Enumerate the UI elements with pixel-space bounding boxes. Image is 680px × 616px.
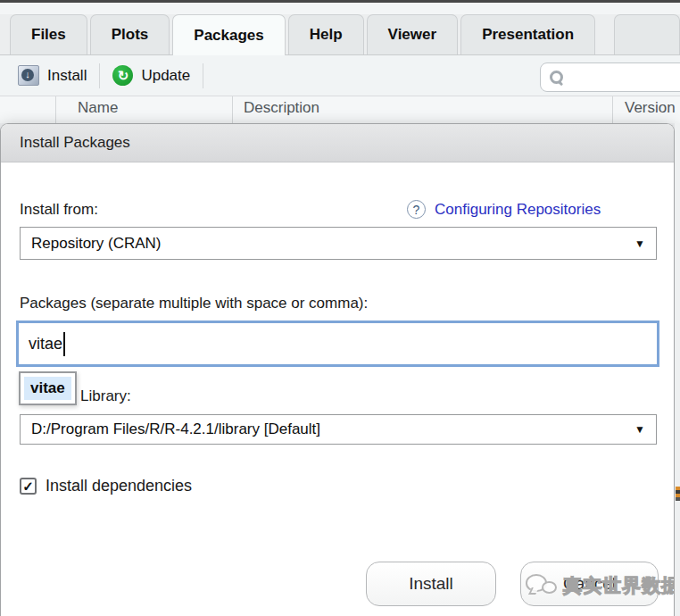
install-packages-dialog: Install Packages Install from: ? Configu…	[0, 123, 675, 616]
library-select[interactable]: D:/Program Files/R/R-4.2.1/library [Defa…	[20, 414, 657, 445]
dialog-install-button[interactable]: Install	[366, 562, 496, 606]
install-package-icon: ↓	[18, 65, 39, 86]
search-icon	[550, 71, 564, 85]
tab-files[interactable]: Files	[10, 14, 87, 54]
tab-packages[interactable]: Packages	[172, 14, 285, 55]
library-select-value: D:/Program Files/R/R-4.2.1/library [Defa…	[31, 420, 320, 438]
dialog-title: Install Packages	[1, 124, 674, 162]
update-refresh-icon: ↻	[112, 65, 133, 86]
dialog-body: Install from: ? Configuring Repositories…	[1, 162, 674, 616]
dropdown-arrow-icon: ▼	[634, 237, 645, 250]
install-dependencies-label: Install dependencies	[46, 477, 192, 495]
toolbar-install-label: Install	[47, 67, 87, 85]
text-caret	[63, 332, 65, 356]
rstudio-packages-pane: Files Plots Packages Help Viewer Present…	[0, 0, 680, 616]
package-autocomplete-popup: vitae	[19, 371, 77, 405]
dialog-cancel-button[interactable]: Cancel	[520, 562, 659, 606]
tab-plots[interactable]: Plots	[90, 14, 170, 54]
toolbar-update-button[interactable]: ↻ Update	[112, 65, 190, 86]
pane-tabbar: Files Plots Packages Help Viewer Present…	[0, 14, 680, 55]
toolbar-update-label: Update	[141, 67, 190, 85]
column-divider	[612, 96, 613, 123]
tab-help[interactable]: Help	[288, 14, 364, 54]
help-icon[interactable]: ?	[407, 200, 426, 219]
background-strip	[675, 123, 680, 616]
tab-viewer[interactable]: Viewer	[367, 14, 459, 54]
repository-select[interactable]: Repository (CRAN) ▼	[20, 227, 657, 260]
column-header-version[interactable]: Version	[625, 99, 676, 117]
autocomplete-item-vitae[interactable]: vitae	[24, 377, 71, 400]
configuring-repositories-link[interactable]: Configuring Repositories	[435, 201, 601, 219]
column-divider	[232, 96, 233, 123]
column-divider	[55, 96, 56, 123]
packages-input[interactable]: vitae	[16, 320, 659, 367]
column-header-description[interactable]: Description	[244, 99, 319, 117]
toolbar-separator	[203, 63, 203, 88]
tab-partial-cutoff	[614, 14, 680, 54]
column-header-name[interactable]: Name	[78, 99, 118, 117]
search-input[interactable]	[571, 62, 680, 92]
install-dependencies-row: ✓ Install dependencies	[20, 477, 192, 495]
packages-input-value: vitae	[29, 335, 62, 354]
toolbar-separator	[99, 63, 100, 88]
toolbar-install-button[interactable]: ↓ Install	[18, 65, 87, 86]
install-from-label: Install from:	[20, 201, 98, 219]
dropdown-arrow-icon: ▼	[634, 423, 645, 436]
packages-field-label: Packages (separate multiple with space o…	[20, 295, 368, 312]
repository-select-value: Repository (CRAN)	[31, 235, 161, 253]
packages-search-box[interactable]	[540, 62, 680, 92]
tab-presentation[interactable]: Presentation	[460, 14, 595, 54]
window-top-gap	[0, 3, 680, 14]
cutoff-edge-icon	[676, 487, 680, 501]
install-dependencies-checkbox[interactable]: ✓	[20, 478, 37, 495]
